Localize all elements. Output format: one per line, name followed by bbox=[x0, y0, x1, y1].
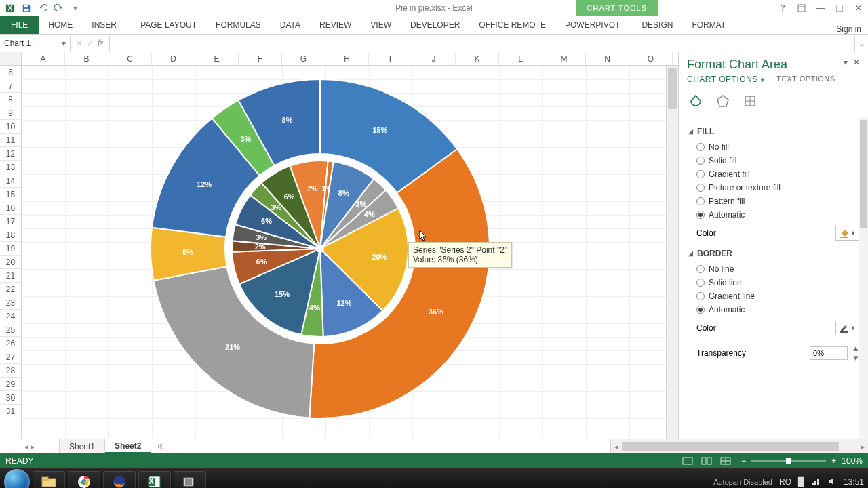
taskbar-excel-icon[interactable]: X bbox=[138, 471, 171, 488]
text-options-mode[interactable]: TEXT OPTIONS bbox=[776, 75, 835, 84]
vertical-scrollbar[interactable] bbox=[666, 66, 678, 439]
taskpane-close-icon[interactable]: ✕ bbox=[853, 58, 860, 67]
column-header[interactable]: G bbox=[282, 52, 326, 65]
taskbar-explorer-icon[interactable] bbox=[33, 471, 65, 488]
taskpane-scrollbar[interactable] bbox=[859, 117, 868, 439]
row-header[interactable]: 11 bbox=[0, 134, 21, 147]
row-header[interactable]: 13 bbox=[0, 161, 21, 174]
ribbon-options-icon[interactable] bbox=[792, 0, 811, 16]
start-button[interactable] bbox=[4, 469, 30, 488]
cells-grid[interactable]: 15%36%21%5%12%3%8%7%1%8%3%4%20%12%4%15%6… bbox=[22, 66, 666, 439]
column-header[interactable]: C bbox=[108, 52, 152, 65]
column-header[interactable]: E bbox=[195, 52, 239, 65]
ribbon-tab-format[interactable]: FORMAT bbox=[682, 16, 735, 34]
undo-button[interactable] bbox=[35, 1, 50, 16]
row-header[interactable]: 8 bbox=[0, 93, 21, 106]
ribbon-tab-formulas[interactable]: FORMULAS bbox=[206, 16, 271, 34]
enter-formula-icon[interactable]: ✓ bbox=[87, 39, 94, 48]
sheet-nav-buttons[interactable]: ◂ ▸ bbox=[0, 439, 60, 453]
column-header[interactable]: O bbox=[629, 52, 673, 65]
ribbon-tab-developer[interactable]: DEVELOPER bbox=[401, 16, 469, 34]
column-header[interactable]: M bbox=[542, 52, 586, 65]
border-color-button[interactable]: ▼ bbox=[835, 321, 860, 336]
normal-view-button[interactable] bbox=[679, 455, 696, 467]
fill-option[interactable]: Automatic bbox=[688, 208, 865, 222]
fill-option[interactable]: No fill bbox=[688, 140, 865, 154]
ribbon-tab-insert[interactable]: INSERT bbox=[82, 16, 131, 34]
minimize-button[interactable]: — bbox=[811, 0, 830, 16]
fill-option[interactable]: Picture or texture fill bbox=[688, 181, 865, 195]
border-option[interactable]: Gradient line bbox=[688, 289, 865, 303]
row-header[interactable]: 23 bbox=[0, 296, 21, 310]
fx-icon[interactable]: fx bbox=[98, 38, 104, 48]
column-header[interactable]: A bbox=[22, 52, 65, 65]
qat-customize-icon[interactable]: ▾ bbox=[68, 1, 83, 16]
row-header[interactable]: 27 bbox=[0, 350, 21, 364]
ribbon-tab-design[interactable]: DESIGN bbox=[632, 16, 682, 34]
row-header[interactable]: 12 bbox=[0, 147, 21, 161]
new-sheet-button[interactable]: ⊕ bbox=[151, 439, 170, 453]
taskbar-firefox-icon[interactable] bbox=[103, 471, 136, 488]
column-header[interactable]: B bbox=[65, 52, 108, 65]
ribbon-tab-page-layout[interactable]: PAGE LAYOUT bbox=[131, 16, 206, 34]
ribbon-tab-view[interactable]: VIEW bbox=[361, 16, 401, 34]
fill-option[interactable]: Solid fill bbox=[688, 154, 865, 167]
border-option[interactable]: Solid line bbox=[688, 276, 865, 289]
horizontal-scrollbar[interactable]: ◂▸ bbox=[610, 439, 868, 453]
row-header[interactable]: 31 bbox=[0, 405, 21, 418]
ribbon-tab-office-remote[interactable]: OFFICE REMOTE bbox=[469, 16, 555, 34]
fill-option[interactable]: Pattern fill bbox=[688, 195, 865, 208]
row-header[interactable]: 24 bbox=[0, 310, 21, 323]
border-option[interactable]: No line bbox=[688, 262, 865, 276]
size-properties-category-icon[interactable] bbox=[741, 92, 759, 110]
help-icon[interactable]: ? bbox=[773, 0, 792, 16]
sheet-tab-sheet2[interactable]: Sheet2 bbox=[105, 439, 151, 453]
redo-button[interactable] bbox=[52, 1, 66, 16]
zoom-slider[interactable] bbox=[751, 460, 826, 462]
page-break-view-button[interactable] bbox=[717, 455, 734, 467]
tray-network-icon[interactable] bbox=[811, 476, 821, 488]
fill-option[interactable]: Gradient fill bbox=[688, 167, 865, 181]
tray-clock[interactable]: 13:51 bbox=[844, 478, 864, 486]
column-header[interactable]: D bbox=[152, 52, 195, 65]
ribbon-tab-powerpivot[interactable]: POWERPIVOT bbox=[555, 16, 629, 34]
name-box[interactable]: Chart 1 ▾ bbox=[0, 35, 71, 52]
tray-language[interactable]: RO bbox=[779, 477, 791, 487]
taskbar-chrome-icon[interactable] bbox=[68, 471, 100, 488]
page-layout-view-button[interactable] bbox=[698, 455, 715, 467]
taskpane-options-icon[interactable]: ▾ bbox=[844, 58, 848, 67]
embedded-chart[interactable]: 15%36%21%5%12%3%8%7%1%8%3%4%20%12%4%15%6… bbox=[144, 73, 524, 425]
fill-section-header[interactable]: ◢FILL bbox=[688, 127, 865, 136]
maximize-button[interactable] bbox=[830, 0, 849, 16]
column-header[interactable]: F bbox=[239, 52, 282, 65]
effects-category-icon[interactable] bbox=[714, 92, 732, 110]
row-header[interactable]: 20 bbox=[0, 256, 21, 269]
row-header[interactable]: 9 bbox=[0, 106, 21, 120]
row-header[interactable]: 15 bbox=[0, 188, 21, 201]
row-header[interactable]: 18 bbox=[0, 228, 21, 242]
row-header[interactable]: 19 bbox=[0, 242, 21, 256]
column-header[interactable]: N bbox=[586, 52, 629, 65]
column-header[interactable]: K bbox=[456, 52, 499, 65]
row-header[interactable]: 16 bbox=[0, 201, 21, 215]
column-header[interactable]: L bbox=[499, 52, 542, 65]
zoom-out-button[interactable]: − bbox=[741, 456, 746, 466]
row-header[interactable]: 28 bbox=[0, 364, 21, 378]
tray-flag-icon[interactable]: ▉ bbox=[798, 477, 804, 487]
ribbon-tab-review[interactable]: REVIEW bbox=[310, 16, 361, 34]
file-tab[interactable]: FILE bbox=[0, 16, 39, 34]
ribbon-tab-data[interactable]: DATA bbox=[271, 16, 310, 34]
row-header[interactable]: 21 bbox=[0, 269, 21, 283]
tray-volume-icon[interactable] bbox=[827, 476, 837, 488]
zoom-in-button[interactable]: + bbox=[831, 456, 836, 466]
select-all-corner[interactable] bbox=[0, 52, 22, 65]
row-header[interactable]: 17 bbox=[0, 215, 21, 228]
cancel-formula-icon[interactable]: ✕ bbox=[76, 39, 83, 48]
fill-line-category-icon[interactable] bbox=[687, 92, 705, 110]
name-box-dropdown-icon[interactable]: ▾ bbox=[62, 39, 66, 48]
fill-color-button[interactable]: ▼ bbox=[835, 226, 860, 241]
border-option[interactable]: Automatic bbox=[688, 303, 865, 317]
sheet-tab-sheet1[interactable]: Sheet1 bbox=[60, 439, 105, 453]
row-header[interactable]: 6 bbox=[0, 66, 21, 79]
column-header[interactable]: J bbox=[412, 52, 456, 65]
